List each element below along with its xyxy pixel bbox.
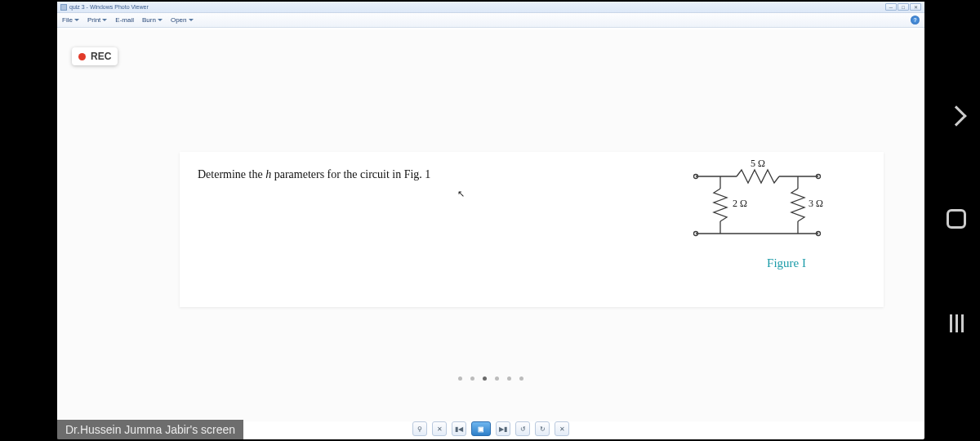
r-left-label: 2 Ω xyxy=(733,198,747,209)
chevron-down-icon xyxy=(102,19,107,21)
viewer-content: REC Determine the h parameters for the c… xyxy=(57,29,924,421)
zoom-button[interactable]: ⚲ xyxy=(412,421,427,436)
chevron-down-icon xyxy=(189,19,194,21)
menu-bar: File Print E-mail Burn Open ? xyxy=(57,13,924,28)
menu-print-label: Print xyxy=(87,16,100,24)
back-icon[interactable] xyxy=(946,105,966,126)
menu-email-label: E-mail xyxy=(115,16,134,24)
r-right-label: 3 Ω xyxy=(808,198,823,209)
viewer-controls: ⚲ ✕ ▮◀ ▣ ▶▮ ↺ ↻ ✕ xyxy=(412,421,569,436)
recents-icon[interactable] xyxy=(950,314,964,332)
slideshow-button[interactable]: ▣ xyxy=(471,421,491,436)
menu-print[interactable]: Print xyxy=(87,16,107,24)
menu-file[interactable]: File xyxy=(62,16,79,24)
minimize-button[interactable]: ─ xyxy=(885,3,897,11)
android-navbar xyxy=(933,0,980,441)
menu-file-label: File xyxy=(62,16,73,24)
rec-label: REC xyxy=(91,51,111,62)
close-window-button[interactable]: ✕ xyxy=(910,3,921,11)
home-icon[interactable] xyxy=(947,209,966,229)
chevron-down-icon xyxy=(158,19,163,21)
maximize-button[interactable]: □ xyxy=(898,3,909,11)
page-indicator xyxy=(458,376,523,381)
menu-burn[interactable]: Burn xyxy=(142,16,163,24)
menu-email[interactable]: E-mail xyxy=(115,16,134,24)
menu-burn-label: Burn xyxy=(142,16,156,24)
prev-button[interactable]: ▮◀ xyxy=(452,421,466,436)
app-icon xyxy=(60,4,67,11)
r-top-label: 5 Ω xyxy=(751,160,765,169)
title-bar: quiz 3 - Windows Photo Viewer ─ □ ✕ xyxy=(57,2,924,13)
window-title: quiz 3 - Windows Photo Viewer xyxy=(69,4,149,10)
figure-label: Figure I xyxy=(767,256,806,270)
problem-suffix: parameters for the circuit in Fig. 1 xyxy=(274,168,431,180)
menu-open[interactable]: Open xyxy=(171,16,194,24)
delete-button[interactable]: ✕ xyxy=(555,421,569,436)
cursor-icon: ↖ xyxy=(457,189,465,199)
screenshare-label: Dr.Hussein Jumma Jabir's screen xyxy=(57,420,243,439)
problem-param: h xyxy=(265,168,271,180)
photo-viewer-window: quiz 3 - Windows Photo Viewer ─ □ ✕ File… xyxy=(57,2,924,439)
next-button[interactable]: ▶▮ xyxy=(496,421,510,436)
fit-button[interactable]: ✕ xyxy=(432,421,447,436)
document-page: Determine the h parameters for the circu… xyxy=(180,152,884,307)
rotate-ccw-button[interactable]: ↺ xyxy=(515,421,530,436)
problem-text: Determine the h parameters for the circu… xyxy=(198,168,430,181)
help-button[interactable]: ? xyxy=(911,16,920,24)
chevron-down-icon xyxy=(74,19,79,21)
problem-prefix: Determine the xyxy=(198,168,265,180)
circuit-diagram: 5 Ω 2 Ω 3 Ω xyxy=(688,160,851,250)
menu-open-label: Open xyxy=(171,16,187,24)
rotate-cw-button[interactable]: ↻ xyxy=(535,421,550,436)
recording-indicator: REC xyxy=(72,47,118,65)
record-dot-icon xyxy=(78,53,86,60)
